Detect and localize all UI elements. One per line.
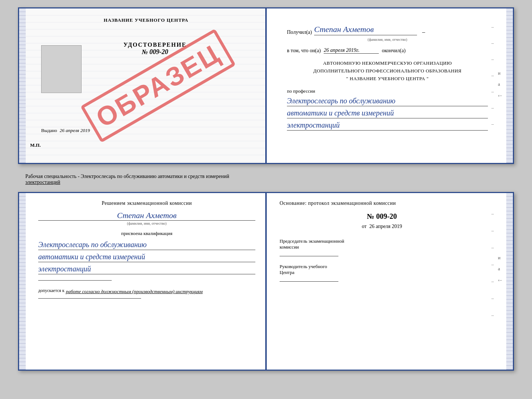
rukovod-block: Руководитель учебного Центра	[280, 264, 484, 282]
ot-date: от 26 апреля 2019	[280, 224, 484, 229]
vydano-line: Выдано 26 апреля 2019	[41, 128, 90, 133]
right-dashes-bottom: – – – – – – –	[492, 211, 494, 318]
dopuskaetsya-line: допускается к работе согласно должностны…	[38, 288, 255, 295]
dash-after-name: –	[422, 29, 425, 35]
top-left-title: НАЗВАНИЕ УЧЕБНОГО ЦЕНТРА	[29, 17, 255, 23]
side-letters-bottom: и а ‹–	[498, 255, 502, 283]
right-decorative-strip-top	[506, 8, 513, 163]
poluchil-label: Получил(а)	[287, 29, 312, 35]
right-dashes-top: – – – – – – –	[492, 24, 494, 127]
fio-subtitle-top: (фамилия, имя, отчество)	[287, 38, 488, 42]
prisvoen-text: присвоена квалификация	[38, 231, 255, 236]
top-right-page: Получил(а) Степан Ахметов – (фамилия, им…	[266, 8, 513, 163]
osnov-title: Основание: протокол экзаменационной коми…	[280, 200, 484, 206]
okonchil-text: окончил(а)	[382, 48, 406, 54]
top-right-content: Получил(а) Степан Ахметов – (фамилия, им…	[277, 17, 503, 139]
poluchil-name: Степан Ахметов	[314, 25, 417, 35]
mp-label: М.П.	[30, 142, 41, 148]
vtom-line: в том, что он(а) 26 апреля 2019г. окончи…	[287, 47, 488, 54]
right-decorative-strip-bottom	[506, 193, 513, 370]
side-letter-i: и	[498, 70, 502, 76]
ot-date-val: 26 апреля 2019	[369, 224, 402, 229]
top-certificate-wrapper: НАЗВАНИЕ УЧЕБНОГО ЦЕНТРА УДОСТОВЕРЕНИЕ №…	[18, 7, 514, 164]
udost-label: УДОСТОВЕРЕНИЕ	[123, 42, 187, 48]
predsedatel-sign-line	[280, 256, 338, 256]
bottom-right-content: Основание: протокол экзаменационной коми…	[277, 200, 503, 282]
side-letter-arrow-bottom: ‹–	[498, 277, 502, 283]
fio-sub-bottom: (фамилия, имя, отчество)	[38, 221, 255, 225]
org-block: АВТОНОМНУЮ НЕКОММЕРЧЕСКУЮ ОРГАНИЗАЦИЮ ДО…	[287, 60, 488, 82]
dopusk-prefix: допускается к	[38, 288, 64, 293]
bottom-certificate-book: Решением экзаменационной комиссии Степан…	[18, 192, 514, 371]
vtom-date: 26 апреля 2019г.	[324, 47, 379, 54]
kvalif-line1: Электрослесарь по обслуживанию	[38, 239, 255, 250]
top-certificate-book: НАЗВАНИЕ УЧЕБНОГО ЦЕНТРА УДОСТОВЕРЕНИЕ №…	[18, 7, 514, 164]
predsedatel-line1: Председатель экзаменационной	[280, 238, 484, 244]
subtitle-line1: Рабочая специальность - Электрослесарь п…	[25, 174, 229, 179]
rukovod-sign-line	[280, 281, 338, 282]
dopusk-text: работе согласно должностным (производств…	[66, 288, 202, 295]
subtitle-line2: электростанций	[25, 179, 60, 185]
predsedatel-line2: комиссии	[280, 244, 484, 250]
vydano-label: Выдано	[41, 128, 57, 133]
bottom-right-page: Основание: протокол экзаменационной коми…	[266, 193, 513, 370]
profession-line3: электростанций	[287, 120, 488, 131]
bottom-left-content: Решением экзаменационной комиссии Степан…	[29, 200, 255, 299]
profession-line2: автоматики и средств измерений	[287, 108, 488, 118]
profession-line1: Электрослесарь по обслуживанию	[287, 96, 488, 106]
left-decorative-strip	[19, 8, 26, 163]
kvalif-line2: автоматики и средств измерений	[38, 252, 255, 262]
org-line2: ДОПОЛНИТЕЛЬНОГО ПРОФЕССИОНАЛЬНОГО ОБРАЗО…	[287, 67, 488, 75]
org-line3: " НАЗВАНИЕ УЧЕБНОГО ЦЕНТРА "	[287, 75, 488, 83]
rukovod-line1: Руководитель учебного	[280, 264, 484, 270]
predsedatel-block: Председатель экзаменационной комиссии	[280, 238, 484, 256]
ot-prefix: от	[362, 224, 367, 229]
komissia-name: Степан Ахметов	[38, 211, 255, 221]
rukovod-line2: Центра	[280, 270, 484, 275]
side-letter-arrow: ‹–	[498, 92, 502, 98]
side-letter-a: а	[498, 81, 502, 87]
sign-line-bottom-left2	[38, 298, 141, 299]
top-left-page: НАЗВАНИЕ УЧЕБНОГО ЦЕНТРА УДОСТОВЕРЕНИЕ №…	[19, 8, 266, 163]
reshenem-title: Решением экзаменационной комиссии	[38, 200, 255, 206]
subtitle-wrapper: Рабочая специальность - Электрослесарь п…	[18, 170, 514, 189]
vydano-date: 26 апреля 2019	[60, 128, 90, 133]
bottom-left-page: Решением экзаменационной комиссии Степан…	[19, 193, 266, 370]
bottom-left-decorative-strip	[19, 193, 26, 370]
po-professii-label: по профессии	[287, 88, 488, 94]
side-letter-a-bottom: а	[498, 266, 502, 272]
org-line1: АВТОНОМНУЮ НЕКОММЕРЧЕСКУЮ ОРГАНИЗАЦИЮ	[287, 60, 488, 67]
protocol-number: № 009-20	[280, 212, 484, 221]
side-letters: и а ‹–	[498, 70, 502, 98]
subtitle-text: Рабочая специальность - Электрослесарь п…	[25, 174, 514, 185]
side-letter-i-bottom: и	[498, 255, 502, 261]
sign-line-bottom-left	[38, 280, 112, 281]
kvalif-line3: электростанций	[38, 264, 255, 274]
poluchil-line: Получил(а) Степан Ахметов –	[287, 25, 488, 35]
photo-placeholder	[41, 45, 82, 93]
vtom-text: в том, что он(а)	[287, 48, 321, 54]
